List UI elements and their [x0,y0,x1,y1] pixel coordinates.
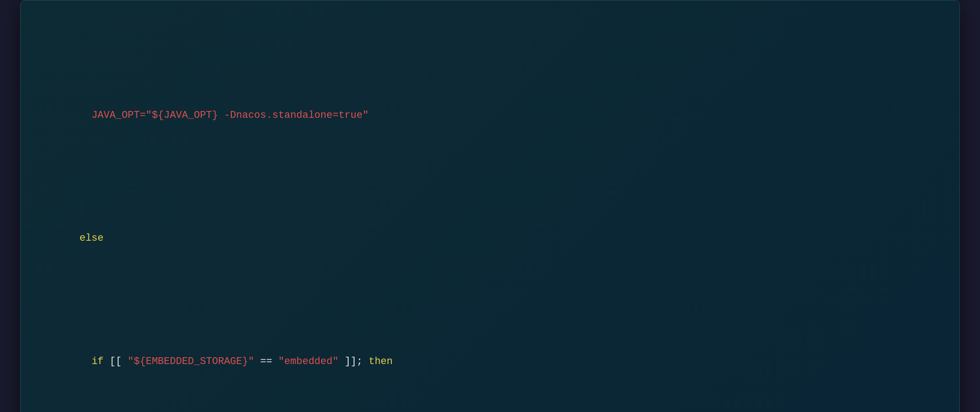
line-if-embedded: if [[ "${EMBEDDED_STORAGE}" == "embedded… [43,318,937,406]
line-else: else [43,212,937,265]
line-1: JAVA_OPT="${JAVA_OPT} -Dnacos.standalone… [43,72,937,160]
code-block: JAVA_OPT="${JAVA_OPT} -Dnacos.standalone… [43,19,937,412]
code-window: JAVA_OPT="${JAVA_OPT} -Dnacos.standalone… [20,0,960,412]
